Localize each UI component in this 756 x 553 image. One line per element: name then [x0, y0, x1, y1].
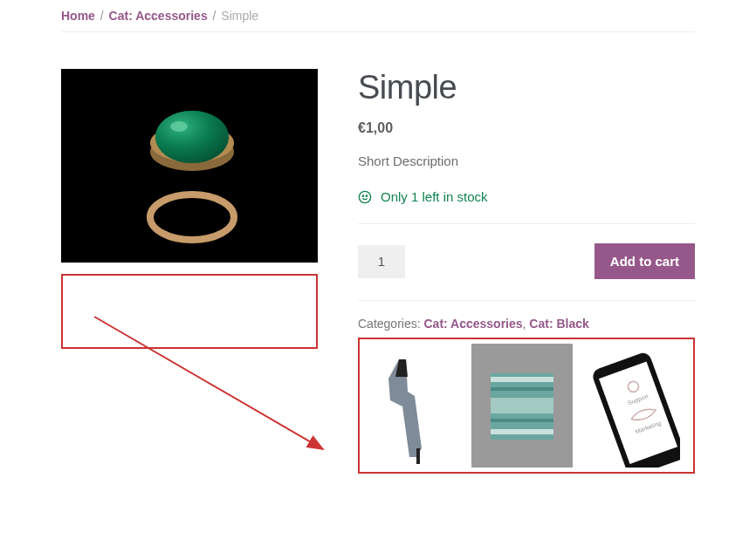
- breadcrumb-sep: /: [211, 9, 218, 23]
- smile-icon: [358, 190, 372, 204]
- add-to-cart-button[interactable]: Add to cart: [594, 243, 695, 279]
- stock-text: Only 1 left in stock: [381, 189, 488, 204]
- breadcrumb: Home / Cat: Accessories / Simple: [61, 9, 695, 32]
- category-link[interactable]: Cat: Black: [529, 317, 588, 331]
- breadcrumb-category[interactable]: Cat: Accessories: [109, 9, 208, 23]
- breadcrumb-home[interactable]: Home: [61, 9, 95, 23]
- product-title: Simple: [358, 69, 695, 106]
- product-thumbnail-strip[interactable]: [61, 274, 318, 349]
- svg-rect-17: [491, 419, 553, 422]
- product-price: €1,00: [358, 120, 695, 136]
- svg-rect-14: [491, 377, 553, 382]
- product-main-image[interactable]: [61, 69, 318, 263]
- svg-rect-16: [491, 398, 553, 413]
- divider: [358, 223, 695, 224]
- breadcrumb-current: Simple: [221, 9, 258, 23]
- svg-point-7: [359, 191, 370, 202]
- upsell-product[interactable]: [364, 344, 465, 468]
- breadcrumb-sep: /: [99, 9, 106, 23]
- product-categories: Categories: Cat: Accessories, Cat: Black: [358, 317, 695, 331]
- comma: ,: [523, 317, 526, 331]
- upsell-product[interactable]: Support Marketing: [579, 344, 680, 468]
- svg-point-6: [170, 121, 188, 132]
- svg-point-5: [155, 111, 229, 163]
- divider: [358, 300, 695, 301]
- product-short-description: Short Description: [358, 154, 695, 168]
- stock-status: Only 1 left in stock: [358, 189, 695, 204]
- upsell-products-box: Support Marketing: [358, 338, 695, 474]
- category-link[interactable]: Cat: Accessories: [423, 317, 522, 331]
- upsell-product[interactable]: [471, 344, 573, 468]
- svg-point-9: [366, 195, 367, 196]
- svg-point-8: [362, 195, 363, 196]
- quantity-input[interactable]: [358, 245, 405, 278]
- svg-rect-18: [491, 429, 553, 434]
- categories-label: Categories:: [358, 317, 421, 331]
- svg-rect-11: [416, 448, 420, 464]
- svg-rect-15: [491, 387, 553, 391]
